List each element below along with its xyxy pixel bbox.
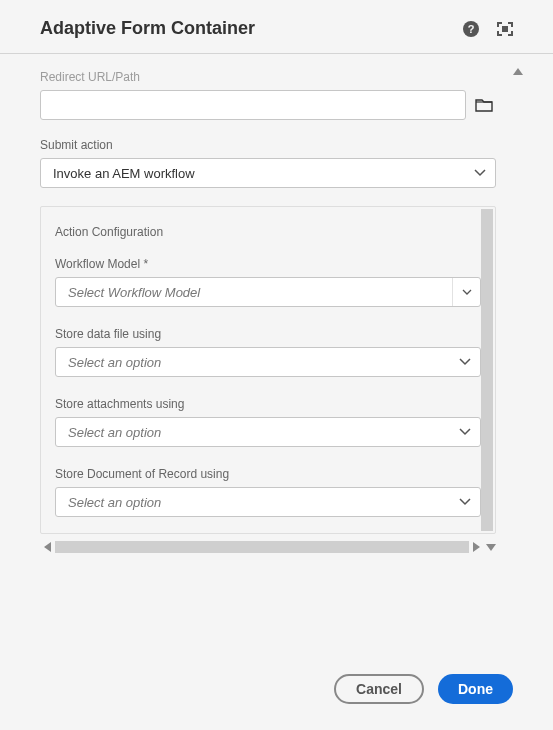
cancel-button[interactable]: Cancel — [334, 674, 424, 704]
help-icon[interactable]: ? — [463, 21, 479, 37]
workflow-model-placeholder: Select Workflow Model — [56, 278, 452, 306]
redirect-url-input[interactable] — [40, 90, 466, 120]
dialog-header: Adaptive Form Container ? — [0, 0, 553, 54]
action-configuration-section: Action Configuration Workflow Model * Se… — [40, 206, 496, 534]
browse-path-button[interactable] — [472, 90, 496, 120]
header-icons: ? — [463, 21, 513, 37]
dialog-footer: Cancel Done — [334, 674, 513, 704]
store-data-label: Store data file using — [55, 327, 481, 341]
dialog-title: Adaptive Form Container — [40, 18, 255, 39]
redirect-url-label: Redirect URL/Path — [40, 70, 496, 84]
hscroll-left-arrow[interactable] — [44, 542, 51, 552]
workflow-model-label: Workflow Model * — [55, 257, 481, 271]
dialog-content: Redirect URL/Path Submit action Invoke a… — [0, 54, 553, 596]
submit-action-select[interactable]: Invoke an AEM workflow — [40, 158, 496, 188]
section-vertical-scrollbar[interactable] — [481, 209, 493, 531]
vertical-scrollbar[interactable] — [516, 68, 520, 592]
workflow-model-select[interactable]: Select Workflow Model — [55, 277, 481, 307]
store-attachments-select[interactable]: Select an option — [55, 417, 481, 447]
redirect-url-row — [40, 90, 496, 120]
submit-action-label: Submit action — [40, 138, 496, 152]
hscroll-right-arrow[interactable] — [473, 542, 480, 552]
store-data-select[interactable]: Select an option — [55, 347, 481, 377]
action-configuration-title: Action Configuration — [55, 225, 481, 239]
vscroll-up-arrow[interactable] — [513, 68, 523, 75]
store-attachments-label: Store attachments using — [55, 397, 481, 411]
svg-rect-0 — [502, 26, 508, 32]
vscroll-down-arrow[interactable] — [486, 544, 496, 551]
store-dor-select[interactable]: Select an option — [55, 487, 481, 517]
hscroll-track[interactable] — [55, 541, 469, 553]
submit-action-value: Invoke an AEM workflow — [40, 158, 496, 188]
expand-icon[interactable] — [497, 22, 513, 36]
horizontal-scrollbar — [40, 540, 496, 554]
store-dor-label: Store Document of Record using — [55, 467, 481, 481]
done-button[interactable]: Done — [438, 674, 513, 704]
workflow-model-chevron[interactable] — [452, 278, 480, 306]
